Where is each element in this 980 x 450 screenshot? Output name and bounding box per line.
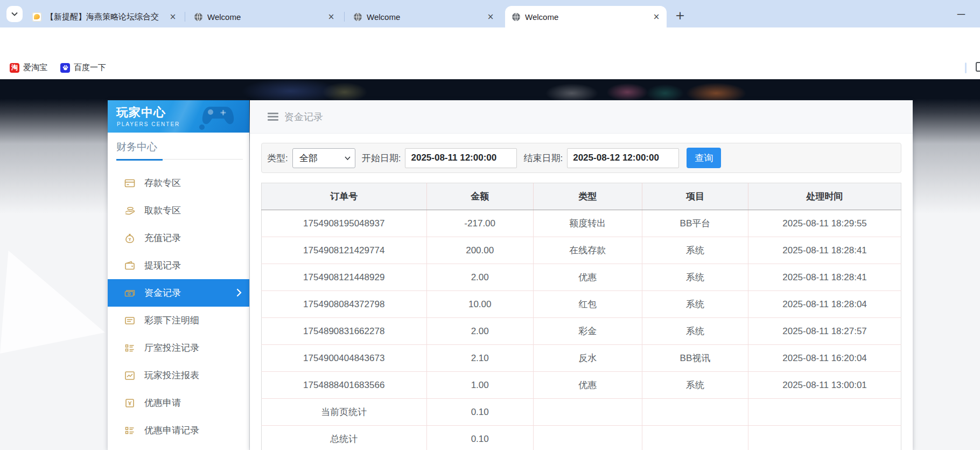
- cell-type: 额度转出: [533, 210, 642, 237]
- sidebar-item-player-bet-report[interactable]: 玩家投注报表: [108, 362, 249, 389]
- browser-tab[interactable]: 【新提醒】海燕策略论坛综合交 ×: [26, 6, 183, 27]
- sidebar-item-promo-apply-records[interactable]: 优惠申请记录: [108, 417, 249, 444]
- bookmark-baidu[interactable]: 百度一下: [60, 60, 106, 75]
- tab-separator: [344, 12, 345, 22]
- tab-title: Welcome: [367, 12, 481, 22]
- records-list-icon: [124, 425, 136, 437]
- sidebar-item-lottery-bet-details[interactable]: 彩票下注明细: [108, 307, 249, 334]
- cell-project: 系统: [642, 318, 748, 345]
- browser-tab[interactable]: Welcome ×: [187, 6, 341, 27]
- tab-title: Welcome: [207, 12, 322, 22]
- table-row: 1754908195048937 -217.00 额度转出 BB平台 2025-…: [262, 210, 901, 237]
- chevron-down-icon: [345, 156, 351, 160]
- table-row: 1754890831662278 2.00 彩金 系统 2025-08-11 1…: [262, 318, 901, 345]
- sidebar-item-promo-apply[interactable]: 优惠申请: [108, 389, 249, 417]
- tab-list-dropdown-button[interactable]: [6, 6, 23, 22]
- wallet-icon: [124, 260, 136, 272]
- sidebar-item-funds-records[interactable]: 资金记录: [108, 279, 249, 307]
- cell-time: [748, 399, 901, 426]
- sidebar-item-label: 厅室投注记录: [144, 342, 199, 354]
- banknotes-icon: [124, 287, 136, 299]
- column-header-order-no: 订单号: [262, 183, 427, 210]
- cell-time: 2025-08-11 18:28:41: [748, 237, 901, 264]
- tab-close-button[interactable]: ×: [326, 12, 336, 22]
- tab-close-button[interactable]: ×: [652, 12, 661, 22]
- filter-bar: 类型: 全部 开始日期: 2025-08-11 12:00:00 结束日期: 2…: [261, 143, 901, 173]
- chevron-down-icon: [11, 12, 18, 16]
- table-summary-row-page: 当前页统计 0.10: [262, 399, 901, 426]
- cell-type: [533, 426, 642, 450]
- tab-strip: 【新提醒】海燕策略论坛综合交 × Welcome × Welcome × Wel…: [0, 0, 980, 27]
- cell-type: 红包: [533, 291, 642, 318]
- sidebar-item-recharge-records[interactable]: 充值记录: [108, 224, 249, 252]
- column-header-type: 类型: [533, 183, 642, 210]
- type-select[interactable]: 全部: [292, 148, 355, 168]
- chevron-right-icon: [236, 288, 242, 297]
- tab-close-button[interactable]: ×: [486, 12, 495, 22]
- end-date-input[interactable]: 2025-08-12 12:00:00: [567, 148, 679, 168]
- window-minimize-button[interactable]: —: [949, 4, 974, 23]
- menu-toggle-icon[interactable]: [268, 113, 278, 121]
- cell-order-no: 1754888401683566: [262, 372, 427, 399]
- sidebar-item-label: 优惠申请记录: [144, 424, 199, 437]
- start-date-input[interactable]: 2025-08-11 12:00:00: [405, 148, 517, 168]
- bookmarks-separator: [965, 63, 967, 73]
- cell-time: 2025-08-11 18:29:55: [748, 210, 901, 237]
- bookmark-taobao[interactable]: 淘 爱淘宝: [10, 60, 47, 75]
- cell-time: 2025-08-11 13:00:01: [748, 372, 901, 399]
- browser-toolbar: ← → js13.cc/hhcp/usercenter.html?iniType…: [0, 27, 980, 56]
- cell-type: 在线存款: [533, 237, 642, 264]
- browser-tab[interactable]: Welcome ×: [347, 6, 501, 27]
- cell-time: [748, 426, 901, 450]
- sidebar-item-label: 玩家投注报表: [144, 369, 199, 382]
- sidebar-item-label: 提现记录: [144, 259, 181, 272]
- tab-title: Welcome: [525, 12, 647, 22]
- cell-order-no: 1754900404843673: [262, 345, 427, 372]
- table-header-row: 订单号 金额 类型 项目 处理时间: [262, 183, 901, 210]
- gamepad-icon: [194, 103, 244, 130]
- start-date-label: 开始日期:: [362, 152, 401, 164]
- cell-amount: 2.00: [426, 318, 533, 345]
- sidebar-section: 财务中心: [108, 133, 249, 161]
- cell-amount: -217.00: [426, 210, 533, 237]
- cell-amount: 0.10: [426, 426, 533, 450]
- finance-center-heading: 财务中心: [116, 140, 243, 154]
- cell-type: 优惠: [533, 372, 642, 399]
- new-tab-button[interactable]: +: [672, 7, 688, 23]
- browser-tab-active[interactable]: Welcome ×: [505, 6, 667, 27]
- cell-time: 2025-08-11 16:20:04: [748, 345, 901, 372]
- cell-time: 2025-08-11 18:28:04: [748, 291, 901, 318]
- main-panel: 资金记录 类型: 全部 开始日期: 2025-08-11 12:00:00 结束…: [250, 100, 913, 450]
- bookmarks-bar: 淘 爱淘宝 百度一下: [0, 56, 980, 79]
- tab-close-button[interactable]: ×: [168, 12, 178, 22]
- cell-order-no: 1754908084372798: [262, 291, 427, 318]
- main-header: 资金记录: [250, 100, 913, 134]
- tab-title: 【新提醒】海燕策略论坛综合交: [46, 12, 164, 22]
- table-summary-row-total: 总统计 0.10: [262, 426, 901, 450]
- sidebar-item-label: 资金记录: [144, 287, 181, 299]
- cell-order-no: 1754908121429774: [262, 237, 427, 264]
- coupon-icon: [124, 397, 136, 409]
- sidebar-item-withdrawal-records[interactable]: 提现记录: [108, 252, 249, 279]
- bookmarks-overflow-icon[interactable]: [976, 62, 980, 72]
- cell-project: [642, 426, 748, 450]
- hall-list-icon: [124, 342, 136, 354]
- end-date-label: 结束日期:: [523, 152, 563, 164]
- globe-icon: [512, 12, 521, 22]
- sidebar-item-label: 优惠申请: [144, 397, 181, 409]
- cell-project: 系统: [642, 291, 748, 318]
- column-header-amount: 金额: [426, 183, 533, 210]
- sidebar-item-deposit-zone[interactable]: 存款专区: [108, 169, 249, 197]
- cell-order-no: 1754908195048937: [262, 210, 427, 237]
- sidebar-item-label: 取款专区: [144, 204, 181, 217]
- table-row: 1754908121448929 2.00 优惠 系统 2025-08-11 1…: [262, 264, 901, 291]
- sidebar-item-withdraw-zone[interactable]: 取款专区: [108, 197, 249, 224]
- ticket-list-icon: [124, 315, 136, 327]
- hand-money-icon: [124, 205, 136, 217]
- type-label: 类型:: [267, 152, 288, 164]
- sidebar-item-hall-bet-records[interactable]: 厅室投注记录: [108, 334, 249, 362]
- search-button[interactable]: 查询: [687, 148, 721, 168]
- section-underline: [116, 159, 243, 161]
- players-center-title: 玩家中心: [116, 105, 249, 121]
- globe-icon: [353, 12, 362, 22]
